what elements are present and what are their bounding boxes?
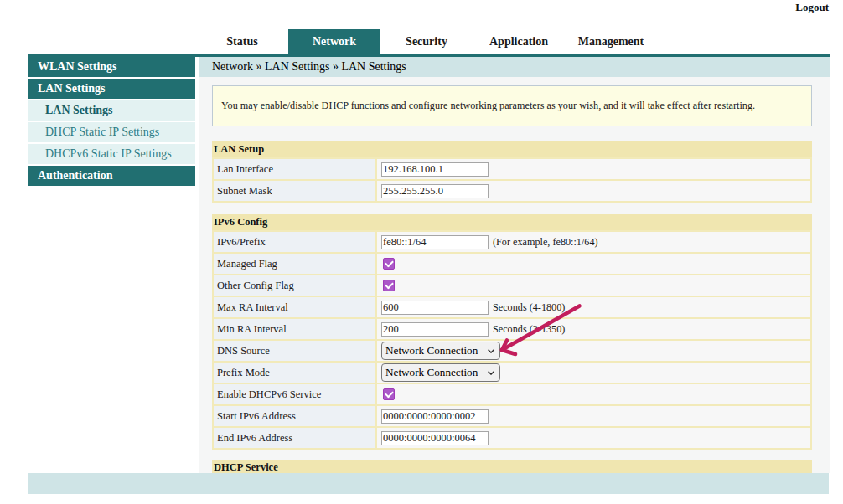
field-hint: Seconds (4-1800) [493,301,565,314]
body-row: WLAN SettingsLAN SettingsLAN SettingsDHC… [28,57,830,473]
managed-flag-checkbox[interactable] [383,258,395,270]
dns-source-select-wrap: Network Connection [381,342,500,360]
field-label: Start IPv6 Address [214,406,375,426]
top-nav-tabs: StatusNetworkSecurityApplicationManageme… [196,29,657,54]
tab-management[interactable]: Management [565,29,657,54]
end-ipv6-address-input[interactable] [381,431,489,445]
field-value-cell: Seconds (3-1350) [377,319,810,339]
field-value-cell [377,428,810,448]
tab-network[interactable]: Network [288,29,380,54]
min-ra-interval-input[interactable] [381,322,489,337]
field-value-cell: (For example, fe80::1/64) [377,232,810,252]
breadcrumb: Network » LAN Settings » LAN Settings [199,57,830,77]
section-header-lan-setup: LAN Setup [212,141,812,157]
config-row-dns-source: DNS SourceNetwork Connection [214,341,810,361]
field-value-cell [377,406,810,426]
section-ipv6-config: IPv6 ConfigIPv6/Prefix(For example, fe80… [212,214,812,450]
field-label: Subnet Mask [214,181,375,201]
max-ra-interval-input[interactable] [381,301,489,315]
field-value-cell [377,275,810,296]
field-value-cell [377,254,810,274]
section-header-ipv6-config: IPv6 Config [212,214,812,230]
router-admin-page: Logout StatusNetworkSecurityApplicationM… [0,0,843,504]
field-value-cell [377,159,810,179]
start-ipv6-address-input[interactable] [381,409,489,424]
field-label: Max RA Interval [214,297,375,317]
config-row-min-ra-interval: Min RA IntervalSeconds (3-1350) [214,319,810,339]
field-label: Lan Interface [214,159,375,179]
sidebar-item-lan-settings-sub[interactable]: LAN Settings [28,100,195,121]
sidebar-item-wlan-settings[interactable]: WLAN Settings [28,57,195,77]
field-value-cell: Network Connection [377,341,810,361]
config-tables: LAN SetupLan InterfaceSubnet MaskIPv6 Co… [199,141,830,473]
config-row-start-ipv6-address: Start IPv6 Address [214,406,810,426]
field-label: DNS Source [214,341,375,361]
field-label: Prefix Mode [214,363,375,383]
sidebar-nav: WLAN SettingsLAN SettingsLAN SettingsDHC… [28,57,195,473]
tab-status[interactable]: Status [196,29,288,54]
config-row-ipv6-prefix: IPv6/Prefix(For example, fe80::1/64) [214,232,810,252]
other-config-flag-checkbox[interactable] [383,280,395,291]
config-row-max-ra-interval: Max RA IntervalSeconds (4-1800) [214,297,810,317]
field-label: Other Config Flag [214,275,375,296]
field-label: Managed Flag [214,254,375,274]
tab-security[interactable]: Security [380,29,473,54]
enable-dhcpv6-service-checkbox[interactable] [383,388,395,400]
field-label: Enable DHCPv6 Service [214,384,375,404]
notice-text: You may enable/disable DHCP functions an… [221,100,755,112]
main-content: Network » LAN Settings » LAN Settings Yo… [199,57,830,473]
sidebar-item-dhcpv6-static-ip-settings-sub[interactable]: DHCPv6 Static IP Settings [28,144,195,164]
config-row-end-ipv6-address: End IPv6 Address [214,428,810,448]
prefix-mode-select-wrap: Network Connection [381,363,500,382]
field-hint: Seconds (3-1350) [493,323,565,336]
config-row-lan-interface: Lan Interface [214,159,810,179]
ipv6-prefix-input[interactable] [381,235,489,249]
config-row-prefix-mode: Prefix ModeNetwork Connection [214,363,810,383]
section-header-dhcp-service: DHCP Service [212,460,812,473]
section-lan-setup: LAN SetupLan InterfaceSubnet Mask [212,141,812,203]
notice-box: You may enable/disable DHCP functions an… [212,85,812,126]
config-row-managed-flag: Managed Flag [214,254,810,274]
field-label: End IPv6 Address [214,428,375,448]
field-value-cell [377,384,810,404]
prefix-mode-select[interactable]: Network Connection [381,363,500,382]
tab-application[interactable]: Application [473,29,565,54]
layout-container: StatusNetworkSecurityApplicationManageme… [28,0,830,494]
field-value-cell: Network Connection [377,363,810,383]
sidebar-item-dhcp-static-ip-settings-sub[interactable]: DHCP Static IP Settings [28,122,195,142]
config-row-enable-dhcpv6-service: Enable DHCPv6 Service [214,384,810,404]
field-value-cell [377,181,810,201]
field-value-cell: Seconds (4-1800) [377,297,810,317]
footer-strip [28,473,829,494]
dns-source-select[interactable]: Network Connection [381,342,500,360]
config-row-other-config-flag: Other Config Flag [214,275,810,296]
field-label: IPv6/Prefix [214,232,375,252]
config-row-subnet-mask: Subnet Mask [214,181,810,201]
field-label: Min RA Interval [214,319,375,339]
lan-interface-input[interactable] [381,162,489,177]
sidebar-item-lan-settings[interactable]: LAN Settings [28,79,195,99]
sidebar-item-authentication[interactable]: Authentication [28,166,195,186]
subnet-mask-input[interactable] [381,184,489,198]
field-hint: (For example, fe80::1/64) [493,236,598,249]
section-dhcp-service: DHCP Service [212,460,812,473]
